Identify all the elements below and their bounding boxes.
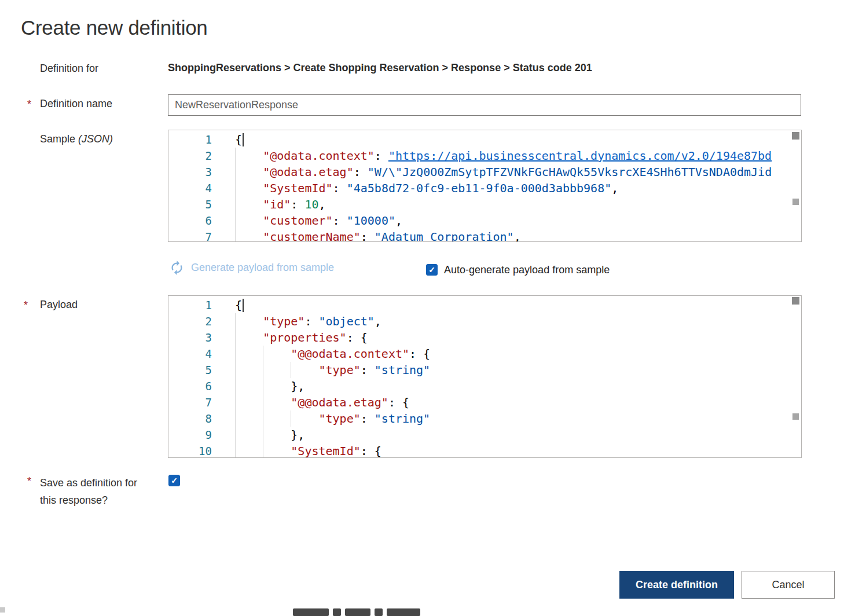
- code-token: :: [361, 410, 375, 427]
- code-token: {: [235, 297, 242, 313]
- scrollbar-thumb[interactable]: [792, 132, 799, 140]
- code-token: "customerName": [263, 229, 361, 242]
- editor-line[interactable]: 9},: [168, 427, 801, 443]
- save-as-label-line2: this response?: [40, 492, 137, 509]
- code-token: "SystemId": [291, 443, 360, 458]
- editor-line[interactable]: 4"@@odata.context": {: [168, 346, 801, 362]
- text-cursor: [243, 299, 244, 312]
- code-line-content: "@odata.etag": "W/\"JzQ0O0ZmSytpTFZVNkFG…: [235, 164, 801, 180]
- editor-line[interactable]: 8"type": "string": [168, 410, 801, 427]
- code-line-content: {: [235, 297, 801, 313]
- create-definition-page: Create new definition Definition for Sho…: [0, 0, 844, 616]
- indent-guide: [235, 148, 263, 164]
- line-number: 4: [168, 346, 212, 362]
- editor-line[interactable]: 2"@odata.context": "https://api.business…: [168, 148, 801, 164]
- indent-guide: [263, 443, 291, 458]
- code-token: "@odata.context": [263, 148, 375, 164]
- payload-editor[interactable]: 1{2"type": "object",3"properties": {4"@@…: [168, 295, 802, 458]
- code-token: ,: [514, 229, 521, 242]
- editor-line[interactable]: 2"type": "object",: [168, 313, 801, 329]
- cutoff-content-artifact: [293, 608, 420, 616]
- code-token: "Adatum Corporation": [375, 229, 514, 242]
- code-line-content: "type": "object",: [235, 313, 801, 329]
- code-token: "W/\"JzQ0O0ZmSytpTFZVNkFGcHAwQk55VksrcXE…: [368, 164, 772, 180]
- editor-line[interactable]: 6},: [168, 378, 801, 394]
- definition-name-input[interactable]: [168, 94, 801, 116]
- code-token: "id": [263, 196, 291, 212]
- editor-line[interactable]: 1{: [168, 297, 801, 313]
- editor-line[interactable]: 3"@odata.etag": "W/\"JzQ0O0ZmSytpTFZVNkF…: [168, 164, 801, 180]
- sample-json-label: Sample(JSON): [40, 133, 113, 145]
- code-line-content: "customerName": "Adatum Corporation",: [235, 229, 801, 242]
- indent-guide: [263, 378, 291, 394]
- save-as-definition-label: Save as definition for this response?: [40, 474, 137, 509]
- line-number: 8: [168, 410, 212, 427]
- code-token: "type": [263, 313, 304, 329]
- editor-line[interactable]: 3"properties": {: [168, 329, 801, 346]
- save-as-definition-checkbox[interactable]: ✓: [168, 475, 180, 486]
- code-token: 10: [304, 196, 318, 212]
- code-token: :: [361, 229, 375, 242]
- cancel-button[interactable]: Cancel: [742, 571, 835, 599]
- sample-editor-lines[interactable]: 1{2"@odata.context": "https://api.busine…: [168, 130, 801, 242]
- code-token: "@@odata.etag": [291, 394, 388, 410]
- line-number: 5: [168, 362, 212, 378]
- editor-line[interactable]: 5"type": "string": [168, 362, 801, 378]
- editor-line[interactable]: 7"@@odata.etag": {: [168, 394, 801, 410]
- line-number: 1: [168, 297, 212, 313]
- scrollbar-thumb[interactable]: [792, 297, 799, 305]
- cutoff-blob: [387, 608, 420, 616]
- indent-guide: [235, 313, 263, 329]
- indent-guide: [235, 427, 263, 443]
- indent-guide: [263, 362, 291, 378]
- code-token: "properties": [263, 329, 347, 346]
- line-number: 6: [168, 378, 212, 394]
- sample-label-suffix: (JSON): [78, 133, 113, 145]
- code-token: },: [291, 427, 304, 443]
- code-token: :: [291, 196, 304, 212]
- line-number: 7: [168, 394, 212, 410]
- indent-guide: [235, 346, 263, 362]
- auto-generate-checkbox[interactable]: ✓: [426, 264, 438, 276]
- line-number: 6: [168, 212, 212, 229]
- editor-line[interactable]: 4"SystemId": "4a5b8d72-0fc9-eb11-9f0a-00…: [168, 180, 801, 196]
- editor-line[interactable]: 10"SystemId": {: [168, 443, 801, 458]
- editor-line[interactable]: 7"customerName": "Adatum Corporation",: [168, 229, 801, 242]
- cutoff-blob: [333, 608, 341, 616]
- code-token: "string": [375, 410, 430, 427]
- code-line-content: "customer": "10000",: [235, 212, 801, 229]
- code-token: ,: [611, 180, 618, 196]
- sample-json-editor[interactable]: 1{2"@odata.context": "https://api.busine…: [168, 130, 802, 242]
- overview-ruler-marker: [792, 199, 799, 205]
- create-definition-button[interactable]: Create definition: [619, 571, 734, 599]
- code-token: :: [354, 164, 368, 180]
- code-line-content: "SystemId": "4a5b8d72-0fc9-eb11-9f0a-000…: [235, 180, 801, 196]
- code-line-content: "id": 10,: [235, 196, 801, 212]
- editor-line[interactable]: 1{: [168, 131, 801, 148]
- auto-generate-label[interactable]: Auto-generate payload from sample: [444, 264, 610, 276]
- required-asterisk: *: [24, 299, 28, 311]
- definition-name-label: Definition name: [40, 98, 112, 110]
- indent-guide: [235, 196, 263, 212]
- required-asterisk: *: [27, 475, 31, 487]
- indent-guide: [263, 394, 291, 410]
- code-line-content: },: [235, 378, 801, 394]
- code-line-content: "@@odata.context": {: [235, 346, 801, 362]
- code-token: :: [304, 313, 318, 329]
- indent-guide: [235, 443, 263, 458]
- check-icon: ✓: [171, 476, 178, 485]
- code-token: "https://api.businesscentral.dynamics.co…: [388, 148, 772, 164]
- editor-line[interactable]: 6"customer": "10000",: [168, 212, 801, 229]
- code-token: : {: [388, 394, 409, 410]
- payload-editor-lines[interactable]: 1{2"type": "object",3"properties": {4"@@…: [168, 296, 801, 458]
- definition-for-label: Definition for: [40, 63, 98, 75]
- editor-line[interactable]: 5"id": 10,: [168, 196, 801, 212]
- scrollbar-corner: [0, 607, 5, 613]
- line-number: 4: [168, 180, 212, 196]
- breadcrumb: ShoppingReservations > Create Shopping R…: [168, 62, 592, 74]
- code-line-content: },: [235, 427, 801, 443]
- line-number: 7: [168, 229, 212, 242]
- generate-payload-button[interactable]: Generate payload from sample: [169, 260, 334, 276]
- code-token: "string": [375, 362, 430, 378]
- code-line-content: "properties": {: [235, 329, 801, 346]
